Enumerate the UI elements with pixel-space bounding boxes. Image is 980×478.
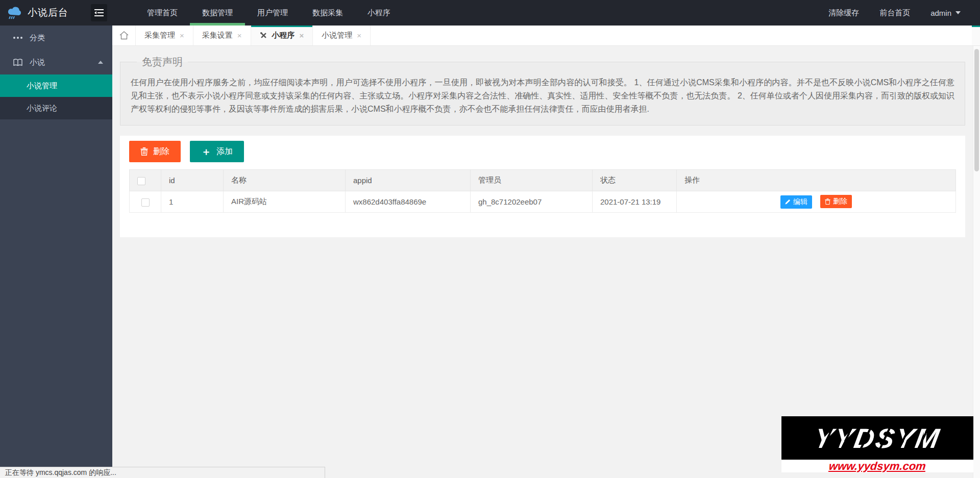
nav-item-users[interactable]: 用户管理 [245,0,300,26]
row-edit-button[interactable]: 编辑 [780,195,812,209]
chevron-down-icon [955,11,961,14]
tab-novel-manage[interactable]: 小说管理 × [313,26,371,45]
pencil-icon [785,199,791,205]
chevron-up-icon [98,61,103,64]
trash-icon [140,147,148,156]
cloud-rain-logo-icon [7,6,22,19]
watermark-logo: YYDSYM [781,416,973,460]
cell-id: 1 [161,191,224,213]
toolbar: 删除 ＋ 添加 [129,141,956,162]
tab-collect-settings[interactable]: 采集设置 × [193,26,251,45]
trash-icon [825,198,830,205]
sidebar-item-label: 小说 [30,58,45,67]
row-checkbox[interactable] [141,198,150,207]
main-content: 免责声明 任何用户在使用小程序服务之前，均应仔细阅读本声明，用户可选择不使用小程… [112,46,973,478]
vertical-scrollbar[interactable] [973,46,980,478]
dots-icon [13,37,22,39]
add-button-label: 添加 [216,146,233,157]
username: admin [930,9,951,17]
tab-label: 采集管理 [144,31,175,40]
nav-item-miniprogram[interactable]: 小程序 [355,0,403,26]
watermark-stripes [781,416,973,460]
tab-collect-manage[interactable]: 采集管理 × [136,26,193,45]
close-icon[interactable]: × [357,32,361,39]
disclaimer-title: 免责声明 [137,55,188,69]
app-title: 小说后台 [28,6,68,19]
nav-item-home[interactable]: 管理首页 [135,0,190,26]
close-icon[interactable]: × [180,32,184,39]
app-logo: 小说后台 [0,0,91,26]
cell-appid: wx862d403ffa84869e [346,191,471,213]
close-icon[interactable]: × [300,32,304,39]
tab-home[interactable] [112,26,136,45]
status-text: 正在等待 ymcs.qqjas.com 的响应... [5,468,116,476]
select-all-checkbox[interactable] [137,177,145,185]
header-actions: 操作 [677,170,956,191]
tab-bar: 采集管理 × 采集设置 × 小程序 × 小说管理 × [112,26,980,46]
user-dropdown[interactable]: admin [920,9,971,17]
watermark: YYDSYM www.yydsym.com [781,416,973,472]
tab-label: 小说管理 [322,31,352,40]
nav-item-collect[interactable]: 数据采集 [300,0,355,26]
tab-miniprogram[interactable]: 小程序 × [251,26,313,45]
disclaimer-panel: 免责声明 任何用户在使用小程序服务之前，均应仔细阅读本声明，用户可选择不使用小程… [120,55,965,125]
sidebar-subitem-novel-manage[interactable]: 小说管理 [0,74,112,97]
header-status: 状态 [593,170,677,191]
sidebar-item-novel[interactable]: 小说 [0,50,112,74]
miniprogram-table: id 名称 appid 管理员 状态 操作 1 AIR源码站 wx862d403… [129,169,956,213]
top-navbar: 小说后台 管理首页 数据管理 用户管理 数据采集 小程序 清除缓存 前台首页 a… [0,0,980,26]
scrollbar-thumb[interactable] [974,49,979,171]
frontend-home-link[interactable]: 前台首页 [869,8,920,18]
main-nav: 管理首页 数据管理 用户管理 数据采集 小程序 [135,0,403,26]
book-icon [13,59,22,66]
cell-name: AIR源码站 [224,191,346,213]
sidebar-subitem-novel-comments[interactable]: 小说评论 [0,97,112,119]
close-icon[interactable]: × [237,32,242,39]
sidebar-toggle-button[interactable] [91,4,107,21]
header-name: 名称 [224,170,346,191]
navbar-right: 清除缓存 前台首页 admin [818,0,980,26]
novel-submenu: 小说管理 小说评论 [0,74,112,119]
hamburger-icon [94,9,104,17]
delete-button-label: 删除 [153,146,169,157]
cell-status: 2021-07-21 13:19 [593,191,677,213]
cell-admin: gh_8c71202eeb07 [471,191,593,213]
miniprogram-card: 删除 ＋ 添加 id 名称 appid 管理员 状态 操作 [120,136,965,237]
add-button[interactable]: ＋ 添加 [190,141,244,162]
table-row: 1 AIR源码站 wx862d403ffa84869e gh_8c71202ee… [130,191,956,213]
watermark-url-strip: www.yydsym.com [781,460,973,472]
tools-icon [260,32,267,39]
table-header-row: id 名称 appid 管理员 状态 操作 [130,170,956,191]
disclaimer-text: 任何用户在使用小程序服务之前，均应仔细阅读本声明，用户可选择不使用小程序，一旦使… [131,76,954,116]
browser-status-bar: 正在等待 ymcs.qqjas.com 的响应... [0,467,325,478]
row-delete-button[interactable]: 删除 [820,195,852,208]
tab-label: 采集设置 [202,31,233,40]
nav-item-data[interactable]: 数据管理 [190,0,245,26]
plus-icon: ＋ [201,146,211,157]
home-icon [119,31,129,40]
header-admin: 管理员 [471,170,593,191]
sidebar-item-category[interactable]: 分类 [0,26,112,50]
row-delete-label: 删除 [833,197,847,206]
header-id: id [161,170,224,191]
header-appid: appid [346,170,471,191]
watermark-url: www.yydsym.com [828,460,927,473]
row-edit-label: 编辑 [793,197,807,207]
delete-button[interactable]: 删除 [129,141,181,162]
sidebar: 分类 小说 小说管理 小说评论 [0,26,112,478]
sidebar-item-label: 分类 [30,33,45,43]
tab-label: 小程序 [272,31,295,40]
tab-overflow-stub [972,26,980,45]
clear-cache-link[interactable]: 清除缓存 [818,8,869,18]
